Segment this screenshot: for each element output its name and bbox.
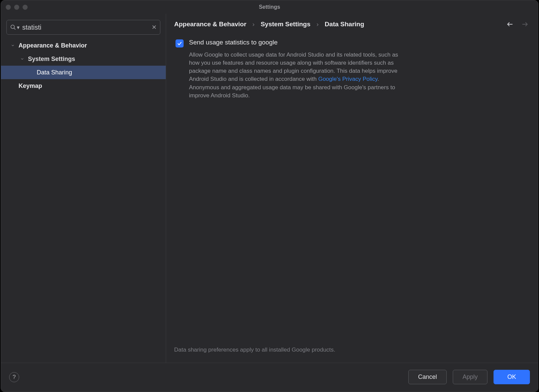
- breadcrumb-row: Appearance & Behavior › System Settings …: [174, 21, 530, 28]
- tree-system-settings[interactable]: System Settings: [1, 52, 166, 66]
- tree-item-label: Appearance & Behavior: [19, 42, 87, 49]
- tree-item-label: System Settings: [28, 56, 75, 63]
- tree-keymap[interactable]: Keymap: [1, 79, 166, 93]
- sidebar: ▾ ✕ Appearance & Behavior System Setting…: [1, 14, 166, 363]
- tree-item-label: Keymap: [19, 83, 42, 90]
- check-icon: [177, 41, 182, 46]
- breadcrumb-segment[interactable]: Data Sharing: [325, 21, 364, 28]
- breadcrumb-sep: ›: [317, 21, 319, 28]
- send-usage-stats-checkbox[interactable]: [176, 39, 184, 47]
- clear-search-icon[interactable]: ✕: [152, 24, 157, 31]
- apply-button: Apply: [453, 370, 487, 384]
- ok-button[interactable]: OK: [494, 370, 530, 384]
- window-title: Settings: [1, 4, 538, 10]
- chevron-down-icon: [20, 57, 25, 61]
- titlebar: Settings: [1, 0, 538, 14]
- search-input[interactable]: [22, 24, 152, 31]
- content: ▾ ✕ Appearance & Behavior System Setting…: [1, 14, 538, 363]
- window-controls: [6, 5, 28, 10]
- tree-item-label: Data Sharing: [37, 69, 72, 76]
- breadcrumb-segment[interactable]: System Settings: [261, 21, 311, 28]
- close-window-button[interactable]: [6, 5, 11, 10]
- breadcrumb-sep: ›: [252, 21, 254, 28]
- privacy-policy-link[interactable]: Google's Privacy Policy: [318, 76, 378, 82]
- setting-description: Allow Google to collect usage data for A…: [189, 51, 408, 100]
- back-arrow-icon[interactable]: [506, 21, 514, 28]
- settings-tree: Appearance & Behavior System Settings Da…: [1, 39, 166, 363]
- help-button[interactable]: ?: [9, 372, 19, 382]
- chevron-down-icon: [10, 43, 15, 47]
- search-options-caret-icon[interactable]: ▾: [17, 24, 20, 31]
- svg-line-1: [14, 28, 15, 30]
- forward-arrow-icon: [521, 21, 529, 28]
- cancel-button[interactable]: Cancel: [408, 370, 447, 384]
- breadcrumb-segment[interactable]: Appearance & Behavior: [174, 21, 246, 28]
- search-icon: [10, 24, 16, 30]
- zoom-window-button[interactable]: [23, 5, 28, 10]
- tree-appearance-behavior[interactable]: Appearance & Behavior: [1, 39, 166, 52]
- minimize-window-button[interactable]: [14, 5, 19, 10]
- footer-note: Data sharing preferences apply to all in…: [174, 347, 530, 363]
- settings-window: Settings ▾ ✕ Appearance & Behavior S: [1, 0, 538, 392]
- setting-row: Send usage statistics to google: [174, 39, 530, 47]
- nav-arrows: [506, 21, 530, 28]
- tree-data-sharing[interactable]: Data Sharing: [1, 66, 166, 79]
- footer-buttons: Cancel Apply OK: [408, 370, 530, 384]
- svg-point-0: [11, 25, 14, 29]
- search-field[interactable]: ▾ ✕: [6, 20, 160, 35]
- breadcrumb: Appearance & Behavior › System Settings …: [174, 21, 364, 28]
- dialog-footer: ? Cancel Apply OK: [1, 363, 538, 392]
- setting-label[interactable]: Send usage statistics to google: [189, 39, 278, 46]
- search-container: ▾ ✕: [1, 20, 166, 39]
- main-panel: Appearance & Behavior › System Settings …: [166, 14, 538, 363]
